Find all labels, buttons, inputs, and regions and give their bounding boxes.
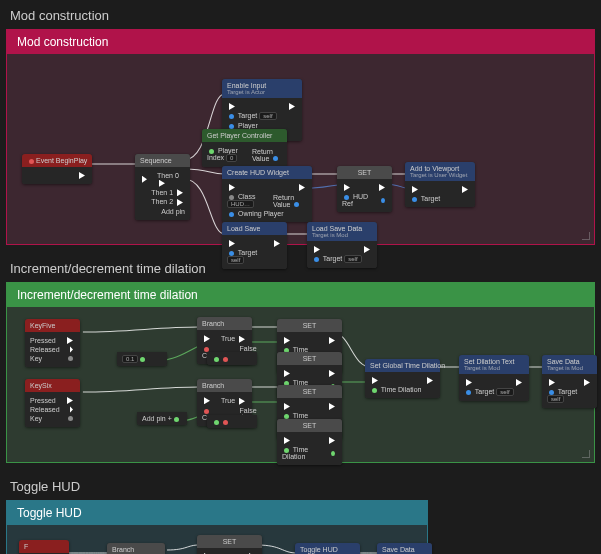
node-title: KeyFive <box>30 322 55 329</box>
pin-true2: True <box>221 397 235 404</box>
pin-tgt3: Target <box>238 249 257 256</box>
node-title: Event BeginPlay <box>36 157 87 164</box>
pin-return2: Return Value <box>273 194 294 208</box>
node-key-six[interactable]: KeySix Pressed Released Key <box>25 379 80 427</box>
node-get-player-controller[interactable]: Get Player Controller Player Index 0Retu… <box>202 129 287 167</box>
node-title: F <box>24 543 28 550</box>
graph-toggle-hud[interactable]: Toggle HUD F Pressed Released Key Branch… <box>6 500 428 554</box>
node-title: Sequence <box>140 157 172 164</box>
graph-header-3: Toggle HUD <box>7 501 427 525</box>
pin-then2: Then 2 <box>151 198 173 205</box>
node-load-save-data[interactable]: Load Save DataTarget is Mod Target self <box>307 222 377 268</box>
self: self <box>496 388 513 396</box>
node-title2: Branch <box>202 382 224 389</box>
pin-td5: Time Dilation <box>381 386 422 393</box>
plus-icon: + <box>168 415 172 422</box>
sub2: Target is Mod <box>547 365 592 371</box>
node-title: Set Global Time Dilation <box>370 362 445 369</box>
pin-target: Target <box>238 112 257 119</box>
node-save-data[interactable]: Save DataTarget is Mod Target self <box>542 355 597 408</box>
node-set-hudref[interactable]: SET HUD Ref <box>337 166 392 212</box>
set-title4: SET <box>303 422 317 429</box>
pin-class: Class <box>238 193 256 200</box>
pin-key: Key <box>30 355 42 362</box>
node-title: KeySix <box>30 382 52 389</box>
graph-time-dilation[interactable]: Increment/decrement time dilation KeyFiv… <box>6 282 595 463</box>
pin-released: Released <box>30 346 60 353</box>
node-subtitle: Target is Actor <box>227 89 297 95</box>
addpin-b[interactable]: Add pin <box>142 415 166 422</box>
node-key-five[interactable]: KeyFive Pressed Released Key <box>25 319 80 367</box>
graph-header-1: Mod construction <box>7 30 594 54</box>
node-title: Get Player Controller <box>207 132 272 139</box>
node-addpin-b[interactable]: Add pin + <box>137 412 187 425</box>
node-set-dilation-text[interactable]: Set Dilation TextTarget is Mod Target se… <box>459 355 529 401</box>
val-class[interactable]: HUD… <box>227 200 254 208</box>
node-val-a[interactable]: 0.1 <box>117 352 167 366</box>
section-title-2: Increment/decrement time dilation <box>0 253 601 282</box>
node-cmp-b[interactable] <box>207 415 257 428</box>
node-title: Create HUD Widget <box>227 169 289 176</box>
graph-mod-construction[interactable]: Mod construction Event BeginPlay Sequenc… <box>6 29 595 245</box>
pin-released2: Released <box>30 406 60 413</box>
val-idx: 0 <box>226 154 237 162</box>
tgt: Target <box>475 388 494 395</box>
pin-tgt2: Target <box>421 195 440 202</box>
node-title: Load Save <box>227 225 260 232</box>
pin-then1: Then 1 <box>151 189 173 196</box>
pin-own: Owning Player <box>238 210 284 217</box>
node-load-save[interactable]: Load Save Target self <box>222 222 287 269</box>
pin-true: True <box>221 335 235 342</box>
node-event-beginplay[interactable]: Event BeginPlay <box>22 154 92 184</box>
node-set-global-td[interactable]: Set Global Time Dilation Time Dilation <box>365 359 440 398</box>
node-title: Set Dilation Text <box>464 358 514 365</box>
node-cmp-a[interactable] <box>207 352 257 365</box>
resize-grip-2[interactable] <box>582 450 592 460</box>
pin-return: Return Value <box>252 148 273 162</box>
node-title: SET <box>358 169 372 176</box>
node-set-td-4[interactable]: SET Time Dilation <box>277 419 342 465</box>
node-title: Load Save Data <box>312 225 362 232</box>
node-subtitle2: Target is User Widget <box>410 172 470 178</box>
node-title: Enable Input <box>227 82 266 89</box>
node-sequence[interactable]: Sequence Then 0 Then 1 Then 2 Add pin <box>135 154 190 220</box>
pin-pressed2: Pressed <box>30 397 56 404</box>
self2: self <box>547 395 564 403</box>
st1: SET <box>223 538 237 545</box>
pin-false: False <box>240 345 257 352</box>
pin-pressed: Pressed <box>30 337 56 344</box>
node-title: Branch <box>112 546 134 553</box>
node-add-viewport[interactable]: Add to ViewportTarget is User Widget Tar… <box>405 162 475 207</box>
node-save-data-hud[interactable]: Save DataTarget is Mod Target self <box>377 543 432 554</box>
graph-header-2: Increment/decrement time dilation <box>7 283 594 307</box>
sub: Target is Mod <box>464 365 524 371</box>
node-title: Add to Viewport <box>410 165 459 172</box>
set-title3: SET <box>303 388 317 395</box>
pin-tgt4: Target <box>323 255 342 262</box>
node-set-hud-a[interactable]: SET Is HUD Enabled <box>197 535 262 554</box>
node-title: Toggle HUD <box>300 546 338 553</box>
add-pin[interactable]: Add pin <box>161 208 185 215</box>
val-a: 0.1 <box>122 355 138 363</box>
node-create-widget[interactable]: Create HUD Widget Class HUD…Return Value… <box>222 166 312 222</box>
pin-false2: False <box>240 407 257 414</box>
section-title-1: Mod construction <box>0 0 601 29</box>
subtitle3: Target is Mod <box>312 232 372 238</box>
val-self: self <box>259 112 276 120</box>
node-branch-hud[interactable]: Branch True ConditionFalse <box>107 543 165 554</box>
set-title2: SET <box>303 355 317 362</box>
pin-then0: Then 0 <box>157 172 179 179</box>
node-toggle-hud[interactable]: Toggle HUDTarget is Mod Target self Enab… <box>295 543 360 554</box>
node-key-f[interactable]: F Pressed Released Key <box>19 540 69 554</box>
node-title: Branch <box>202 320 224 327</box>
section-title-3: Toggle HUD <box>0 471 601 500</box>
set-title1: SET <box>303 322 317 329</box>
val-self3: self <box>344 255 361 263</box>
tgt2: Target <box>558 388 577 395</box>
pin-key2: Key <box>30 415 42 422</box>
resize-grip[interactable] <box>582 232 592 242</box>
node-title: Save Data <box>547 358 580 365</box>
val-self2: self <box>227 256 244 264</box>
node-title: Save Data <box>382 546 415 553</box>
